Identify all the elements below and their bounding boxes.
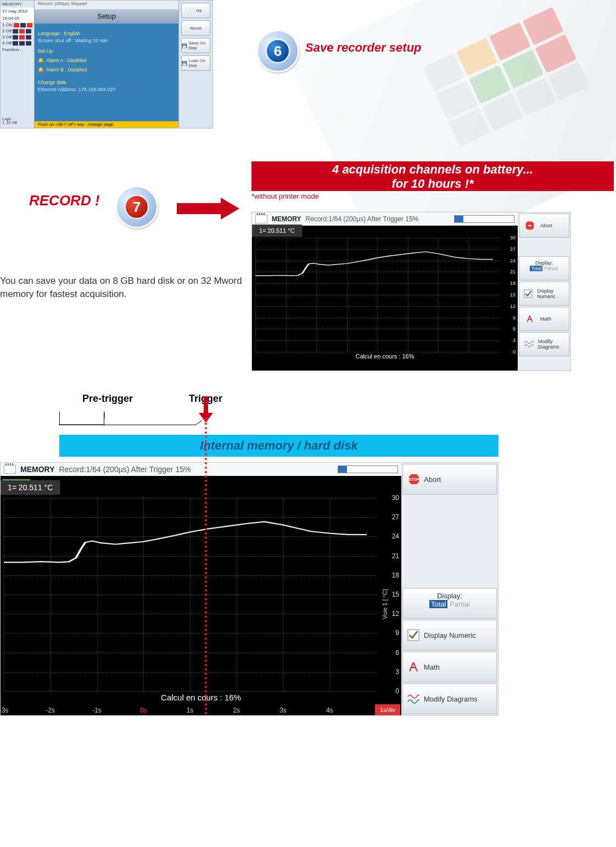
waveform-icon xyxy=(407,693,419,705)
check-icon xyxy=(524,288,533,300)
check-icon xyxy=(407,629,419,641)
record-readout: 1= 20.511 °C xyxy=(252,225,302,237)
setup-rightcol: 📄 INI Reset 💾 Save On Disk 💾 Load On Dis… xyxy=(178,1,212,128)
setup-load-button[interactable]: 💾 Load On Disk xyxy=(181,55,210,71)
bell-icon: 🔔 xyxy=(38,57,44,64)
record-big-main: MEMORY Record:1/64 (200µs) After Trigger… xyxy=(1,463,401,715)
battery-banner-line2: for 10 hours !* xyxy=(256,177,609,191)
setup-leftcol: MEMORY 27 may 2010 15:04:05 1 ON 2 Off 3… xyxy=(1,1,35,128)
progress-bar xyxy=(454,215,514,223)
setup-header: Record: (200µs) Stopped xyxy=(35,1,178,9)
setup-ini-button[interactable]: 📄 INI xyxy=(181,3,210,18)
setup-reset-button[interactable]: Reset xyxy=(181,20,210,36)
stop-icon xyxy=(524,220,536,232)
abort-button[interactable]: STOP Abort xyxy=(402,464,497,495)
setup-date-line2: 15:04:05 xyxy=(1,15,34,22)
record-small-sidebar: Abort Display: Total Partial Display Num… xyxy=(518,212,570,371)
math-button[interactable]: Math xyxy=(519,307,569,331)
display-mode-button[interactable]: Display: Total Partial xyxy=(402,588,497,619)
compass-icon xyxy=(524,313,536,325)
step-7-number: 7 xyxy=(125,195,149,219)
record-trace xyxy=(4,498,376,691)
disk-icon: 💾 xyxy=(182,61,187,66)
body-copy: You can save your data on 8 GB hard disk… xyxy=(0,274,247,301)
svg-rect-1 xyxy=(528,225,531,226)
svg-text:STOP: STOP xyxy=(409,478,419,481)
display-mode-button[interactable]: Display: Total Partial xyxy=(519,256,569,281)
bell-icon: 🔔 xyxy=(38,66,44,74)
math-button[interactable]: Math xyxy=(402,652,497,682)
step-6-badge: 6 xyxy=(256,30,299,72)
setup-slot-4: 4 Off xyxy=(1,40,34,46)
cyan-bar: Internal memory / hard disk xyxy=(59,435,499,457)
setup-date-line1: 27 may 2010 xyxy=(1,8,34,15)
record-screenshot-small: MEMORY Record:1/64 (200µs) After Trigger… xyxy=(251,212,571,371)
trigger-span-line xyxy=(59,411,204,426)
step-6-label: Save recorder setup xyxy=(305,41,422,55)
memory-chip-icon xyxy=(4,465,16,474)
trigger-diagram: Pre-trigger Trigger xyxy=(59,393,499,425)
modify-diagrams-button[interactable]: Modify Diagrams xyxy=(519,332,569,356)
record-screenshot-big: MEMORY Record:1/64 (200µs) After Trigger… xyxy=(0,462,499,716)
battery-banner-line1: 4 acquisition channels on battery... xyxy=(256,162,609,177)
modify-diagrams-button[interactable]: Modify Diagrams xyxy=(402,683,497,714)
calc-status: Calcul en cours : 16% xyxy=(349,352,421,361)
setup-logic: Logic : 1..16 Off xyxy=(2,117,32,125)
record-trace xyxy=(255,238,499,352)
setup-slot-3: 3 Off xyxy=(1,34,34,40)
stop-icon: STOP xyxy=(407,473,419,485)
setup-screenshot: MEMORY 27 may 2010 15:04:05 1 ON 2 Off 3… xyxy=(0,0,213,128)
x-ticks: -3s-2s-1s0s1s2s3s4s xyxy=(4,704,376,715)
setup-title: Setup xyxy=(35,9,178,24)
battery-banner: 4 acquisition channels on battery... for… xyxy=(251,161,614,191)
y-axis-label: Voie 1 [ °C] xyxy=(382,589,388,619)
setup-slot-1: 1 ON xyxy=(1,22,34,28)
battery-footnote: *without printer mode xyxy=(251,192,319,200)
x-div-label: 1s/div xyxy=(375,704,400,715)
record-readout: 1= 20.511 °C xyxy=(1,480,60,495)
step-7-badge: 7 xyxy=(115,186,158,228)
waveform-icon xyxy=(524,338,534,350)
compass-icon xyxy=(407,661,419,673)
progress-bar xyxy=(338,465,398,473)
step-6-number: 6 xyxy=(266,39,290,63)
ini-icon: 📄 xyxy=(189,8,195,13)
setup-save-button[interactable]: 💾 Save On Disk xyxy=(181,38,210,53)
setup-footer: Push on <SET UP> key : change page xyxy=(35,121,178,128)
calc-status: Calcul en cours : 16% xyxy=(154,692,248,703)
record-small-main: MEMORY Record:1/64 (200µs) After Trigger… xyxy=(252,212,518,371)
alarm-a-row: 🔔Alarm A : Disabled xyxy=(38,57,175,64)
display-numeric-button[interactable]: Display Numeric xyxy=(519,282,569,306)
disk-icon: 💾 xyxy=(182,43,187,48)
y-ticks: 036912151821242730 xyxy=(500,238,517,352)
setup-function-label: Function : xyxy=(1,46,34,53)
record-small-header: MEMORY Record:1/64 (200µs) After Trigger… xyxy=(252,212,518,226)
trigger-dotted-line xyxy=(205,418,207,715)
pre-trigger-label: Pre-trigger xyxy=(82,393,133,405)
display-numeric-button[interactable]: Display Numeric xyxy=(402,620,497,650)
record-big-sidebar: STOP Abort Display: Total Partial Displa… xyxy=(401,463,498,715)
memory-chip-icon xyxy=(255,215,267,223)
alarm-b-row: 🔔Alarm B : Disabled xyxy=(38,66,175,74)
arrow-right-icon xyxy=(177,198,243,220)
abort-button[interactable]: Abort xyxy=(519,214,569,238)
setup-leftcol-header: MEMORY xyxy=(1,1,34,8)
record-big-header: MEMORY Record:1/64 (200µs) After Trigger… xyxy=(1,463,401,476)
record-label: RECORD ! xyxy=(29,192,100,209)
setup-slot-2: 2 Off xyxy=(1,28,34,34)
setup-content: Language : English Screen shut off : Wai… xyxy=(35,24,178,121)
